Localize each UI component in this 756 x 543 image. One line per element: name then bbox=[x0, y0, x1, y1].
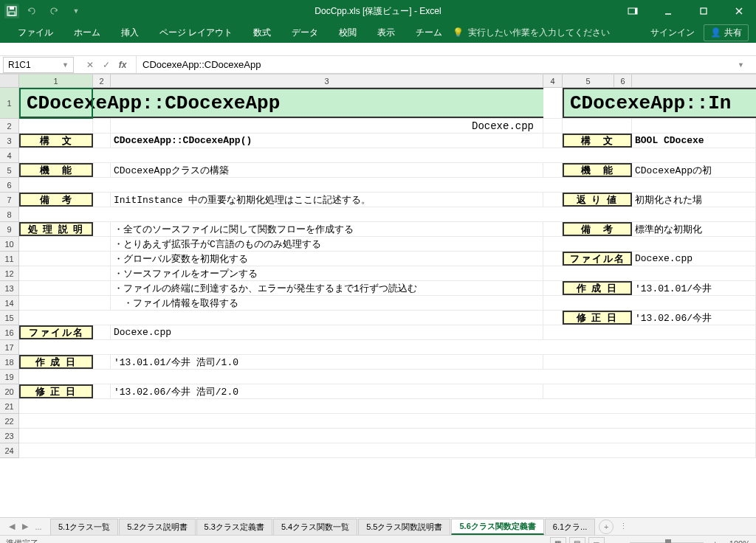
share-button[interactable]: 👤 共有 bbox=[704, 24, 749, 41]
sheet-tab[interactable]: 6.1クラ... bbox=[545, 519, 595, 535]
tab-formulas[interactable]: 数式 bbox=[243, 22, 281, 43]
row-header[interactable]: 20 bbox=[0, 384, 19, 399]
tell-me-search[interactable]: 💡 実行したい作業を入力してください bbox=[453, 27, 610, 39]
cell[interactable] bbox=[93, 355, 111, 369]
row-header[interactable]: 8 bbox=[0, 207, 19, 222]
cell[interactable] bbox=[543, 384, 756, 398]
cell[interactable] bbox=[93, 119, 111, 133]
row-header[interactable]: 17 bbox=[0, 340, 19, 355]
row-header[interactable]: 16 bbox=[0, 325, 19, 340]
cell[interactable] bbox=[19, 429, 756, 443]
row-header[interactable]: 23 bbox=[0, 429, 19, 443]
sheet-tab[interactable]: 5.1クラス一覧 bbox=[50, 519, 118, 535]
function-value-2[interactable]: CDocexeAppの初 bbox=[632, 163, 756, 177]
select-all-corner[interactable] bbox=[0, 75, 19, 87]
cell[interactable] bbox=[93, 384, 111, 398]
label-syntax-2[interactable]: 構 文 bbox=[563, 134, 632, 148]
tab-layout[interactable]: ページ レイアウト bbox=[149, 22, 243, 43]
cell[interactable] bbox=[543, 193, 563, 207]
label-syntax[interactable]: 構 文 bbox=[19, 134, 93, 148]
cell[interactable] bbox=[543, 355, 756, 369]
cancel-formula-icon[interactable]: ✕ bbox=[83, 58, 97, 72]
label-modified[interactable]: 修 正 日 bbox=[19, 384, 93, 398]
tab-nav-prev-icon[interactable]: ◀ bbox=[6, 521, 18, 533]
row-header[interactable]: 10 bbox=[0, 237, 19, 252]
minimize-icon[interactable] bbox=[651, 0, 685, 22]
tab-insert[interactable]: 挿入 bbox=[111, 22, 149, 43]
label-created-2[interactable]: 作 成 日 bbox=[563, 281, 632, 295]
fx-icon[interactable]: fx bbox=[115, 58, 130, 72]
row-header[interactable]: 9 bbox=[0, 222, 19, 237]
cell[interactable] bbox=[543, 252, 563, 266]
process-line[interactable]: ・グローバル変数を初期化する bbox=[111, 252, 543, 266]
row-header[interactable]: 22 bbox=[0, 414, 19, 429]
cell[interactable] bbox=[19, 311, 543, 325]
syntax-value[interactable]: CDocexeApp::CDocexeApp() bbox=[111, 134, 543, 148]
row-header[interactable]: 14 bbox=[0, 296, 19, 311]
cell[interactable] bbox=[93, 193, 111, 207]
remarks-value[interactable]: InitInstance 中の重要な初期化処理はここに記述する。 bbox=[111, 193, 543, 207]
tab-data[interactable]: データ bbox=[281, 22, 329, 43]
row-header[interactable]: 18 bbox=[0, 355, 19, 370]
remarks-value-2[interactable]: 標準的な初期化 bbox=[632, 222, 756, 236]
cell[interactable] bbox=[543, 163, 563, 177]
cell[interactable] bbox=[543, 311, 563, 325]
cell[interactable] bbox=[543, 325, 756, 339]
row-header[interactable]: 4 bbox=[0, 148, 19, 163]
cell[interactable] bbox=[543, 88, 563, 118]
cell[interactable] bbox=[543, 296, 756, 310]
col-header[interactable]: 4 bbox=[543, 75, 563, 87]
label-filename-2[interactable]: ファイル名 bbox=[563, 252, 632, 266]
cell[interactable] bbox=[19, 414, 756, 428]
enter-formula-icon[interactable]: ✓ bbox=[99, 58, 114, 72]
view-normal-icon[interactable]: ▦ bbox=[550, 537, 566, 544]
modified-value-2[interactable]: '13.02.06/今井 bbox=[632, 311, 756, 325]
tab-team[interactable]: チーム bbox=[405, 22, 453, 43]
cell[interactable] bbox=[19, 340, 756, 354]
save-icon[interactable] bbox=[4, 4, 19, 18]
label-modified-2[interactable]: 修 正 日 bbox=[563, 311, 632, 325]
maximize-icon[interactable] bbox=[687, 0, 721, 22]
cell[interactable] bbox=[543, 119, 563, 133]
name-box[interactable]: R1C1 ▼ bbox=[3, 57, 74, 73]
modified-value[interactable]: '13.02.06/今井 浩司/2.0 bbox=[111, 384, 543, 398]
row-header[interactable]: 7 bbox=[0, 193, 19, 207]
zoom-out-icon[interactable]: − bbox=[616, 539, 621, 544]
col-header[interactable]: 2 bbox=[93, 75, 111, 87]
label-filename[interactable]: ファイル名 bbox=[19, 325, 93, 339]
filename-header[interactable]: Docexe.cpp bbox=[111, 119, 543, 133]
cell[interactable] bbox=[19, 148, 756, 162]
chevron-down-icon[interactable]: ▼ bbox=[62, 61, 69, 69]
cell[interactable] bbox=[543, 266, 756, 280]
row-header[interactable]: 13 bbox=[0, 281, 19, 296]
filename-value[interactable]: Docexe.cpp bbox=[111, 325, 543, 339]
sheet-tab[interactable]: 5.5クラス関数説明書 bbox=[358, 519, 450, 535]
sheet-tab[interactable]: 5.2クラス説明書 bbox=[119, 519, 195, 535]
sheet-tab[interactable]: 5.4クラス関数一覧 bbox=[273, 519, 357, 535]
process-line[interactable]: ・ファイル情報を取得する bbox=[111, 296, 543, 310]
redo-icon[interactable] bbox=[44, 1, 63, 21]
qat-dropdown-icon[interactable]: ▼ bbox=[66, 1, 86, 21]
cell[interactable] bbox=[19, 178, 756, 192]
cell[interactable] bbox=[19, 207, 756, 221]
process-line[interactable]: ・ソースファイルをオープンする bbox=[111, 266, 543, 280]
col-header[interactable]: 6 bbox=[614, 75, 632, 87]
cell[interactable] bbox=[19, 266, 111, 280]
return-value[interactable]: 初期化された場 bbox=[632, 193, 756, 207]
cell[interactable] bbox=[19, 119, 93, 133]
row-header[interactable]: 24 bbox=[0, 443, 19, 458]
zoom-level[interactable]: 100% bbox=[729, 539, 750, 544]
spreadsheet-grid[interactable]: 1 2 3 4 5 6 1 2 3 4 5 6 7 8 9 10 11 12 1… bbox=[0, 75, 756, 517]
signin-link[interactable]: サインイン bbox=[650, 27, 695, 39]
row-header[interactable]: 12 bbox=[0, 266, 19, 281]
cell[interactable] bbox=[632, 119, 756, 133]
sheet-menu-icon[interactable]: ⋮ bbox=[619, 522, 628, 531]
cell[interactable] bbox=[93, 222, 111, 236]
title-cell[interactable]: CDocexeApp::CDocexeApp bbox=[19, 88, 543, 118]
cell[interactable] bbox=[543, 134, 563, 148]
add-sheet-icon[interactable]: + bbox=[599, 519, 614, 534]
cell[interactable] bbox=[93, 325, 111, 339]
cell[interactable] bbox=[19, 237, 111, 251]
expand-formula-icon[interactable]: ▼ bbox=[738, 61, 750, 69]
col-header[interactable]: 1 bbox=[19, 75, 93, 87]
